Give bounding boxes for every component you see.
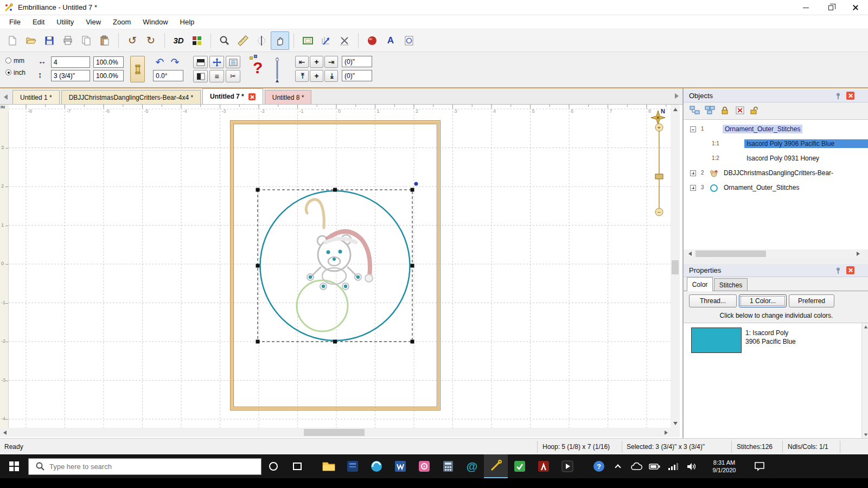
- start-button[interactable]: [0, 454, 28, 478]
- scroll-up-button[interactable]: [671, 105, 680, 114]
- height-input[interactable]: [51, 70, 90, 81]
- restore-button[interactable]: [818, 0, 843, 15]
- color-palette-button[interactable]: [188, 31, 206, 50]
- align-center-h-button[interactable]: +: [310, 56, 323, 68]
- tree-row[interactable]: 1:1 Isacord Poly 3906 Pacific Blue: [684, 137, 868, 151]
- zoom-slider-thumb[interactable]: [655, 174, 663, 179]
- word-icon[interactable]: [388, 454, 412, 478]
- monogram-button[interactable]: [400, 31, 418, 50]
- align-bottom-button[interactable]: ⇤: [324, 70, 338, 82]
- embrilliance-at-icon[interactable]: @: [460, 454, 484, 478]
- unit-mm-radio[interactable]: mm: [5, 57, 24, 65]
- unit-inch-radio[interactable]: inch: [5, 69, 25, 76]
- rotate-handle[interactable]: [414, 182, 418, 186]
- rotation-input[interactable]: [153, 70, 183, 81]
- close-button[interactable]: [843, 0, 868, 15]
- flip-horizontal-button[interactable]: [193, 70, 208, 82]
- group-objects-icon[interactable]: [688, 104, 701, 116]
- tree-row[interactable]: 1 Ornament_Outer_Stitches: [684, 122, 868, 137]
- tab-close-icon[interactable]: [248, 93, 256, 100]
- menu-file[interactable]: File: [3, 16, 27, 28]
- trim-button[interactable]: ✂: [226, 70, 240, 82]
- green-app-icon[interactable]: [508, 454, 532, 478]
- preferred-button[interactable]: Preferred: [789, 294, 834, 307]
- menu-edit[interactable]: Edit: [27, 16, 50, 28]
- tab-untitled-7[interactable]: Untitled 7 *: [202, 88, 263, 104]
- pan-hand-button[interactable]: [271, 31, 289, 50]
- help-tray-icon[interactable]: ?: [589, 454, 609, 478]
- align-right-button[interactable]: ⇥: [324, 56, 338, 68]
- collapse-toggle[interactable]: [690, 126, 696, 132]
- tab-scroll-left-button[interactable]: [0, 90, 11, 104]
- hscroll-thumb[interactable]: [304, 429, 365, 436]
- one-color-button[interactable]: 1 Color...: [739, 294, 787, 307]
- search-input[interactable]: [49, 463, 245, 471]
- unlock-icon[interactable]: [749, 104, 762, 116]
- flip-vertical-button[interactable]: [193, 56, 208, 68]
- stitch-simulator-button[interactable]: [252, 31, 271, 50]
- tree-node-label-selected[interactable]: Isacord Poly 3906 Pacific Blue: [744, 139, 868, 148]
- needle-tool-button[interactable]: [270, 55, 284, 84]
- menu-help[interactable]: Help: [174, 16, 201, 28]
- canvas-svg[interactable]: N + − -8-7-6-5-4-3-2-1012345678: [9, 105, 671, 428]
- vscroll-thumb[interactable]: [672, 260, 679, 274]
- measure-ruler-button[interactable]: [234, 31, 252, 50]
- fit-hoop-button[interactable]: [226, 56, 240, 68]
- hanger-circle[interactable]: [297, 280, 348, 331]
- tree-row[interactable]: 1:2 Isacord Poly 0931 Honey: [684, 151, 868, 166]
- acrobat-icon[interactable]: [532, 454, 556, 478]
- stitch-help-button[interactable]: ?: [248, 54, 267, 85]
- task-view-button[interactable]: [285, 454, 309, 478]
- embrilliance-needle-icon[interactable]: [484, 454, 508, 478]
- onedrive-cloud-icon[interactable]: [627, 454, 646, 478]
- file-explorer-icon[interactable]: [317, 454, 341, 478]
- media-player-icon[interactable]: [556, 454, 579, 478]
- tree-row[interactable]: 2 DBJJChristmasDanglingCritters-Bear-: [684, 166, 868, 181]
- pin-icon[interactable]: [834, 267, 842, 274]
- craft-app-icon[interactable]: [412, 454, 436, 478]
- new-document-button[interactable]: [3, 31, 22, 50]
- tab-dbjj-bear[interactable]: DBJJChristmasDanglingCritters-Bear-4x4 *: [61, 90, 201, 104]
- objects-panel-close-icon[interactable]: [846, 92, 854, 100]
- color-swatch[interactable]: [691, 328, 742, 353]
- rotate-ccw-button[interactable]: ↺: [123, 31, 142, 50]
- zoom-tool-button[interactable]: [215, 31, 234, 50]
- delete-object-icon[interactable]: [733, 104, 746, 116]
- center-design-button[interactable]: [209, 56, 224, 68]
- minimize-button[interactable]: [793, 0, 818, 15]
- design-center-button[interactable]: [317, 31, 335, 50]
- cortana-button[interactable]: [261, 454, 285, 478]
- calculator-icon[interactable]: [436, 454, 460, 478]
- design-canvas[interactable]: N + − -8-7-6-5-4-3-2-1012345678 43210-1-…: [0, 105, 682, 437]
- undo-button[interactable]: ↶: [153, 56, 167, 68]
- tree-node-label[interactable]: DBJJChristmasDanglingCritters-Bear-: [722, 169, 835, 177]
- paste-button[interactable]: [95, 31, 114, 50]
- tab-untitled-1[interactable]: Untitled 1 *: [12, 90, 60, 104]
- menu-zoom[interactable]: Zoom: [107, 16, 137, 28]
- h-offset-input[interactable]: [342, 56, 372, 67]
- tray-expand-icon[interactable]: [609, 454, 627, 478]
- hoop-select-button[interactable]: [298, 31, 317, 50]
- properties-panel-close-icon[interactable]: [846, 266, 854, 274]
- menu-utility[interactable]: Utility: [50, 16, 80, 28]
- canvas-hscrollbar[interactable]: [0, 428, 671, 437]
- menu-view[interactable]: View: [80, 16, 107, 28]
- 3d-view-button[interactable]: 3D: [169, 31, 188, 50]
- sequence-list-button[interactable]: ≡: [209, 70, 224, 82]
- objects-scroll-right[interactable]: [854, 249, 863, 258]
- taskbar-search[interactable]: [28, 458, 261, 475]
- align-left-button[interactable]: ⇤: [295, 56, 309, 68]
- onenote-app-icon[interactable]: [341, 454, 365, 478]
- tab-stitches[interactable]: Stitches: [714, 278, 748, 291]
- tree-row[interactable]: 3 Ornament_Outer_Stitches: [684, 181, 868, 195]
- objects-hscrollbar[interactable]: [686, 249, 863, 258]
- redo-button[interactable]: ↷: [168, 56, 182, 68]
- align-top-button[interactable]: ⇥: [295, 70, 309, 82]
- thread-button[interactable]: Thread...: [689, 294, 737, 307]
- lock-icon[interactable]: [718, 104, 731, 116]
- volume-icon[interactable]: [682, 454, 701, 478]
- scroll-right-button[interactable]: [661, 428, 671, 437]
- rotate-cw-button[interactable]: ↻: [142, 31, 160, 50]
- height-scale-input[interactable]: [93, 70, 124, 81]
- tree-node-label[interactable]: Isacord Poly 0931 Honey: [744, 154, 821, 163]
